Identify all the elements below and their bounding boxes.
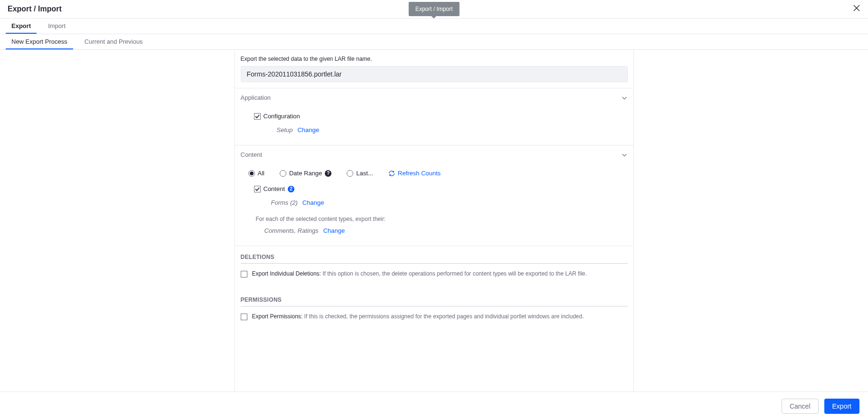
content-checkbox-label: Content [264,185,285,192]
content-count-badge: 2 [288,186,294,192]
setup-row: Setup Change [254,126,628,134]
filename-section: Export the selected data to the given LA… [235,50,633,88]
application-title: Application [241,94,271,101]
permissions-title: PERMISSIONS [241,296,628,306]
application-header[interactable]: Application [235,88,633,107]
chevron-down-icon [621,95,628,101]
permissions-text: Export Permissions: If this is checked, … [252,313,584,320]
tabs-primary: Export Import [0,19,868,34]
checkbox-checked-icon [254,186,261,192]
content-info-text: For each of the selected content types, … [248,216,628,222]
setup-change-link[interactable]: Change [297,126,319,134]
refresh-counts-link[interactable]: Refresh Counts [388,170,441,177]
radio-all[interactable]: All [248,170,264,177]
checkbox-checked-icon [254,113,261,120]
modal-footer: Cancel Export [0,391,868,420]
main-content: Export the selected data to the given LA… [0,50,868,391]
forms-label: Forms (2) [271,199,298,206]
close-icon[interactable] [853,4,860,13]
content-scope-radios: All Date Range ? Last... [248,170,628,177]
refresh-icon [388,170,395,177]
comments-change-link[interactable]: Change [323,227,345,234]
export-button[interactable]: Export [824,399,859,414]
modal-header: Export / Import Export / Import [0,0,868,19]
page-title: Export / Import [8,5,62,13]
export-panel: Export the selected data to the given LA… [235,50,634,391]
permissions-section: PERMISSIONS Export Permissions: If this … [235,283,633,326]
configuration-checkbox-row[interactable]: Configuration [254,113,628,120]
radio-last[interactable]: Last... [347,170,373,177]
checkbox-unchecked-icon [241,271,247,277]
help-icon[interactable]: ? [325,170,331,177]
setup-label: Setup [277,126,293,134]
configuration-label: Configuration [264,113,300,120]
tooltip: Export / Import [409,2,460,16]
filename-input[interactable] [241,66,628,82]
chevron-down-icon [621,152,628,158]
tab-export[interactable]: Export [6,19,37,34]
comments-label: Comments, Ratings [264,227,319,234]
forms-change-link[interactable]: Change [302,199,324,206]
forms-row: Forms (2) Change [248,199,628,206]
tabs-secondary: New Export Process Current and Previous [0,34,868,50]
deletions-title: DELETIONS [241,254,628,264]
cancel-button[interactable]: Cancel [782,399,819,414]
deletions-section: DELETIONS Export Individual Deletions: I… [235,246,633,283]
content-title: Content [241,151,263,158]
content-body: All Date Range ? Last... [235,164,633,246]
export-deletions-checkbox-row[interactable]: Export Individual Deletions: If this opt… [241,270,628,277]
tab-new-export-process[interactable]: New Export Process [6,34,73,49]
checkbox-unchecked-icon [241,314,247,320]
deletions-text: Export Individual Deletions: If this opt… [252,270,587,277]
filename-label: Export the selected data to the given LA… [241,56,628,62]
content-header[interactable]: Content [235,145,633,164]
radio-date-range[interactable]: Date Range ? [280,170,331,177]
tab-current-and-previous[interactable]: Current and Previous [79,34,149,49]
tab-import[interactable]: Import [42,19,71,34]
comments-row: Comments, Ratings Change [248,227,628,234]
export-permissions-checkbox-row[interactable]: Export Permissions: If this is checked, … [241,313,628,320]
content-checkbox-row[interactable]: Content 2 [254,185,628,192]
application-body: Configuration Setup Change [235,107,633,145]
